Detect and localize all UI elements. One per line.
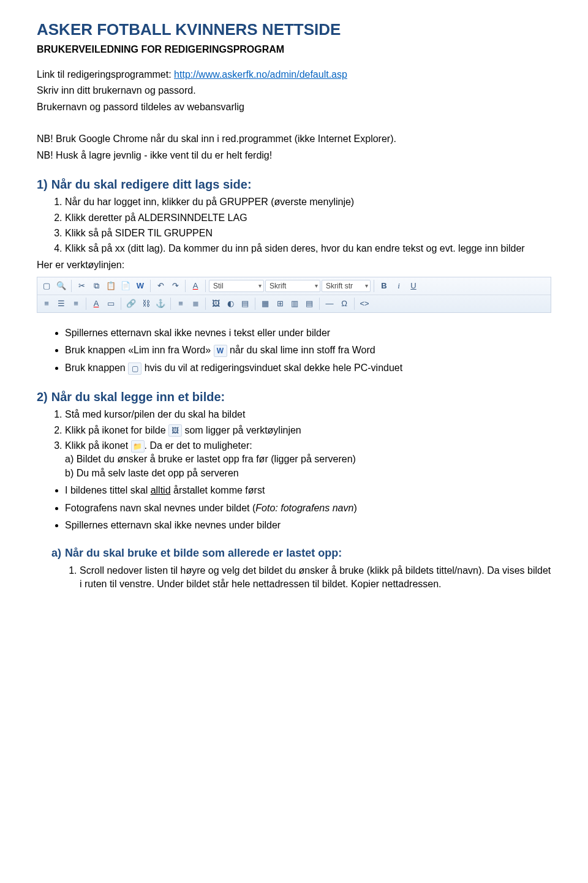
- b2-after: når du skal lime inn stoff fra Word: [227, 345, 375, 355]
- hr-icon[interactable]: —: [323, 297, 336, 310]
- table-props-icon[interactable]: ⊞: [273, 297, 287, 310]
- b2-before: Bruk knappen «Lim inn fra Word»: [65, 345, 214, 355]
- i2-before: Klikk på ikonet for bilde: [65, 425, 168, 435]
- admin-link[interactable]: http://www.askerfk.no/admin/default.asp: [174, 69, 347, 80]
- toolbar-caption: Her er verktøylinjen:: [37, 258, 551, 272]
- b2-before: Fotografens navn skal nevnes under bilde…: [65, 503, 255, 513]
- separator: [374, 280, 374, 292]
- paste-word-inline-icon: W: [214, 345, 227, 357]
- separator: [71, 280, 72, 292]
- bold-icon[interactable]: B: [377, 279, 391, 293]
- paste-word-icon[interactable]: W: [134, 279, 147, 293]
- print-preview-icon[interactable]: 🔍: [55, 279, 68, 293]
- intro-line-2: Skriv inn ditt brukernavn og passord.: [37, 84, 551, 97]
- unlink-icon[interactable]: ⛓: [139, 297, 153, 310]
- text-color-icon[interactable]: A: [189, 279, 202, 293]
- section-1-num: 1): [37, 178, 48, 191]
- editor-toolbar: ▢ 🔍 ✂ ⧉ 📋 📄 W ↶ ↷ A Stil Skrift Skrift s…: [37, 277, 551, 313]
- separator: [205, 298, 206, 310]
- i2-after: som ligger på verktøylinjen: [182, 425, 301, 435]
- list-item: Scroll nedover listen til høyre og velg …: [80, 564, 551, 592]
- i3-before: Klikk på ikonet: [65, 440, 131, 451]
- i3-after: . Da er det to muligheter:: [145, 440, 252, 451]
- redo-icon[interactable]: ↷: [168, 279, 182, 293]
- font-dropdown[interactable]: Skrift: [265, 280, 320, 292]
- list-item: Klikk så på xx (ditt lag). Da kommer du …: [65, 242, 551, 255]
- section-1-bullets-2: Bruk knappen «Lim inn fra Word» W når du…: [37, 344, 551, 375]
- intro-line-3: Brukernavn og passord tildeles av webans…: [37, 100, 551, 114]
- ordered-list-icon[interactable]: ≡: [174, 297, 187, 310]
- b1-after: årstallet komme først: [171, 485, 265, 495]
- page-subtitle: BRUKERVEILEDNING FOR REDIGERINGSPROGRAM: [37, 43, 551, 56]
- separator: [319, 298, 320, 310]
- font-color-2-icon[interactable]: A: [89, 297, 103, 310]
- list-item: Klikk på ikonet for bilde 🖼 som ligger p…: [65, 424, 551, 437]
- undo-icon[interactable]: ↶: [154, 279, 167, 293]
- subsection-a-title: Når du skal bruke et bilde som allerede …: [65, 547, 342, 559]
- separator: [150, 280, 151, 292]
- page-title: ASKER FOTBALL KVINNERS NETTSIDE: [37, 18, 551, 40]
- italic-icon[interactable]: i: [392, 279, 405, 293]
- list-item: Klikk på ikonet 📁. Da er det to mulighet…: [65, 439, 551, 480]
- fullscreen-icon[interactable]: ▢: [40, 279, 53, 293]
- table-col-icon[interactable]: ▤: [303, 297, 316, 310]
- copy-icon[interactable]: ⧉: [89, 279, 103, 293]
- section-2-title: Når du skal legge inn et bilde:: [51, 390, 225, 404]
- section-2-list: Stå med kursor/pilen der du skal ha bild…: [37, 408, 551, 480]
- paste-icon[interactable]: 📋: [104, 279, 118, 293]
- subsection-a-list: Scroll nedover listen til høyre og velg …: [37, 564, 551, 592]
- b2-after: ): [353, 503, 356, 513]
- style-dropdown[interactable]: Stil: [209, 280, 264, 292]
- media-icon[interactable]: ◐: [224, 297, 237, 310]
- document-icon[interactable]: ▤: [238, 297, 252, 310]
- bullet-item: Bruk knappen «Lim inn fra Word» W når du…: [65, 344, 551, 357]
- align-right-icon[interactable]: ≡: [69, 297, 83, 310]
- bullet-item: Fotografens navn skal nevnes under bilde…: [65, 502, 551, 515]
- section-2-bullets: I bildenes tittel skal alltid årstallet …: [37, 484, 551, 532]
- subsection-a-heading: a)Når du skal bruke et bilde som allered…: [37, 546, 551, 561]
- link-icon[interactable]: 🔗: [124, 297, 138, 310]
- align-center-icon[interactable]: ☰: [55, 297, 68, 310]
- fullscreen-inline-icon: ▢: [128, 363, 141, 375]
- separator: [86, 298, 86, 310]
- separator: [185, 280, 186, 292]
- anchor-icon[interactable]: ⚓: [154, 297, 167, 310]
- source-icon[interactable]: <>: [358, 297, 371, 310]
- bullet-item: I bildenes tittel skal alltid årstallet …: [65, 484, 551, 497]
- separator: [354, 298, 355, 310]
- b3-after: hvis du vil at redigeringsvinduet skal d…: [141, 363, 402, 373]
- table-row-icon[interactable]: ▥: [288, 297, 301, 310]
- section-2-heading: 2)Når du skal legge inn et bilde:: [37, 388, 551, 405]
- section-1-bullets: Spillernes etternavn skal ikke nevnes i …: [37, 326, 551, 340]
- i3a: a) Bildet du ønsker å bruke er lastet op…: [65, 454, 356, 464]
- section-1-title: Når du skal redigere ditt lags side:: [51, 178, 252, 191]
- separator: [121, 298, 121, 310]
- unordered-list-icon[interactable]: ≣: [189, 297, 202, 310]
- special-char-icon[interactable]: Ω: [337, 297, 351, 310]
- underline-icon[interactable]: U: [407, 279, 420, 293]
- cut-icon[interactable]: ✂: [75, 279, 88, 293]
- b1-before: I bildenes tittel skal: [65, 485, 151, 495]
- nb-1: NB! Bruk Google Chrome når du skal inn i…: [37, 132, 551, 146]
- align-left-icon[interactable]: ≡: [40, 297, 53, 310]
- toolbar-row-2: ≡ ☰ ≡ A ▭ 🔗 ⛓ ⚓ ≡ ≣ 🖼 ◐ ▤ ▦ ⊞ ▥ ▤ — Ω <>: [37, 295, 551, 312]
- folder-inline-icon: 📁: [131, 440, 145, 453]
- separator: [205, 280, 206, 292]
- section-1-heading: 1)Når du skal redigere ditt lags side:: [37, 176, 551, 193]
- bg-color-icon[interactable]: ▭: [104, 297, 118, 310]
- list-item: Klikk så på SIDER TIL GRUPPEN: [65, 227, 551, 240]
- nb-2: NB! Husk å lagre jevnlig - ikke vent til…: [37, 149, 551, 162]
- section-1-list: Når du har logget inn, klikker du på GRU…: [37, 195, 551, 256]
- toolbar-row-1: ▢ 🔍 ✂ ⧉ 📋 📄 W ↶ ↷ A Stil Skrift Skrift s…: [37, 277, 551, 295]
- bullet-item: Bruk knappen ▢ hvis du vil at redigering…: [65, 361, 551, 375]
- paste-text-icon[interactable]: 📄: [119, 279, 132, 293]
- subsection-a-letter: a): [51, 547, 61, 559]
- list-item: Stå med kursor/pilen der du skal ha bild…: [65, 408, 551, 421]
- bullet-item: Spillernes etternavn skal ikke nevnes un…: [65, 519, 551, 532]
- b1-underline: alltid: [151, 485, 171, 495]
- image-icon[interactable]: 🖼: [209, 297, 222, 310]
- i3b: b) Du må selv laste det opp på serveren: [65, 468, 239, 478]
- fontsize-dropdown[interactable]: Skrift str: [322, 280, 371, 292]
- image-inline-icon: 🖼: [168, 424, 182, 437]
- table-icon[interactable]: ▦: [258, 297, 272, 310]
